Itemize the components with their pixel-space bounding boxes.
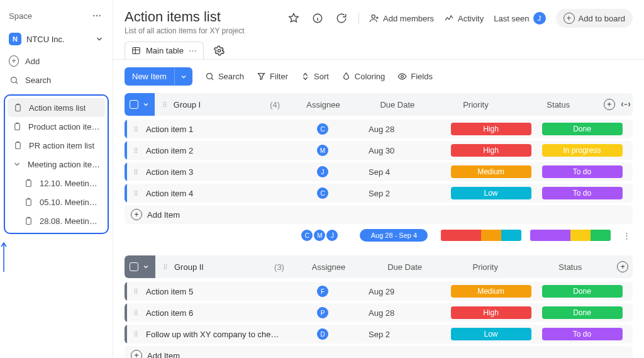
priority-cell[interactable]: Low [445,328,536,340]
expand-columns-icon[interactable] [619,100,633,109]
add-item-row[interactable]: + Add Item [125,205,633,224]
automation-icon[interactable] [335,11,348,25]
row-name[interactable]: Action item 3 [145,167,282,177]
col-status[interactable]: Status [517,100,599,109]
table-row[interactable]: Action item 3 J Sep 4 Medium To do [125,162,633,181]
add-column-button[interactable]: + [613,261,633,272]
sidebar-board-item[interactable]: Product action item list [8,117,105,136]
col-assignee[interactable]: Assignee [286,100,360,109]
table-row[interactable]: Action item 4 C Sep 2 Low To do [125,184,633,203]
space-menu-icon[interactable] [90,9,104,23]
priority-cell[interactable]: Medium [445,165,536,178]
sidebar-meeting-group[interactable]: Meeting action item lists [8,155,105,174]
table-row[interactable]: Action item 1 C Aug 28 High Done [125,120,633,138]
status-cell[interactable]: In progress [536,144,628,157]
more-dots-icon[interactable]: ⋯ [189,46,197,55]
status-cell[interactable]: To do [536,165,628,178]
table-row[interactable]: Follow up with XY company to check if th… [125,325,633,344]
col-assignee[interactable]: Assignee [291,262,367,272]
drag-handle-icon[interactable] [161,100,169,109]
add-members-button[interactable]: Add members [369,13,434,23]
priority-cell[interactable]: Medium [445,285,536,298]
summary-date-range[interactable]: Aug 28 - Sep 4 [360,229,428,242]
toolbar-sort[interactable]: Sort [301,72,329,81]
row-name[interactable]: Follow up with XY company to check if th… [145,330,282,339]
due-cell[interactable]: Aug 28 [364,125,445,134]
assignee-cell[interactable]: D [282,328,364,340]
view-settings-icon[interactable] [213,43,226,57]
sidebar-meeting-item[interactable]: 05.10. Meeting with CEO... [19,193,105,211]
drag-handle-icon[interactable] [127,125,145,133]
drag-handle-icon[interactable] [127,167,145,176]
group-toggle[interactable] [125,93,155,116]
group-name[interactable]: Group II [174,262,204,272]
col-due[interactable]: Due Date [360,100,435,109]
due-cell[interactable]: Sep 2 [364,330,445,339]
status-cell[interactable]: Done [536,306,628,319]
assignee-cell[interactable]: F [282,286,364,297]
row-name[interactable]: Action item 6 [145,308,282,318]
group-name[interactable]: Group I [174,100,201,109]
activity-button[interactable]: Activity [444,13,484,23]
priority-cell[interactable]: High [445,306,536,319]
last-seen[interactable]: Last seen J [494,12,545,25]
group-checkbox[interactable] [130,100,138,109]
table-row[interactable]: Action item 2 M Aug 30 High In progress [125,141,633,160]
col-priority[interactable]: Priority [443,262,528,272]
summary-status-bar[interactable] [530,230,611,241]
sidebar-board-item[interactable]: PR action item list [8,136,105,155]
add-to-board-button[interactable]: + Add to board [556,9,633,28]
summary-priority-bar[interactable] [441,230,521,241]
new-item-button[interactable]: New Item [125,67,192,86]
add-column-button[interactable]: + [599,99,619,110]
row-name[interactable]: Action item 4 [145,189,282,198]
assignee-cell[interactable]: M [282,145,364,156]
drag-handle-icon[interactable] [127,330,145,338]
assignee-cell[interactable]: J [282,166,364,177]
status-cell[interactable]: Done [536,285,628,298]
row-name[interactable]: Action item 2 [145,146,282,155]
org-switcher[interactable]: N NTCU Inc. [0,29,113,49]
sidebar-meeting-item[interactable]: 28.08. Meeting with the ... [19,211,105,230]
more-dots-icon[interactable]: ⋮ [620,231,633,240]
group-toggle[interactable] [125,255,155,278]
sidebar-board-item[interactable]: Action items list [8,98,105,117]
drag-handle-icon[interactable] [127,146,145,155]
toolbar-fields[interactable]: Fields [397,72,433,81]
toolbar-search[interactable]: Search [205,72,244,81]
view-tab-main-table[interactable]: Main table ⋯ [125,42,204,59]
status-cell[interactable]: Done [536,123,628,135]
col-priority[interactable]: Priority [435,100,517,109]
add-item-row[interactable]: + Add Item [125,346,633,358]
due-cell[interactable]: Sep 4 [364,167,445,177]
status-cell[interactable]: To do [536,187,628,199]
priority-cell[interactable]: Low [445,187,536,199]
star-icon[interactable] [287,11,301,25]
drag-handle-icon[interactable] [127,308,145,317]
drag-handle-icon[interactable] [127,287,145,296]
row-name[interactable]: Action item 5 [145,287,282,296]
due-cell[interactable]: Aug 29 [364,287,445,296]
sidebar-search[interactable]: Search [0,70,113,89]
col-status[interactable]: Status [528,262,613,272]
group-checkbox[interactable] [130,262,138,271]
toolbar-filter[interactable]: Filter [257,72,288,81]
due-cell[interactable]: Sep 2 [364,189,445,198]
sidebar-add[interactable]: + Add [0,52,113,70]
chevron-down-icon[interactable] [174,69,192,85]
assignee-cell[interactable]: C [282,187,364,199]
due-cell[interactable]: Aug 30 [364,146,445,155]
col-due[interactable]: Due Date [367,262,443,272]
assignee-cell[interactable]: P [282,307,364,318]
table-row[interactable]: Action item 5 F Aug 29 Medium Done [125,282,633,301]
row-name[interactable]: Action item 1 [145,125,282,134]
status-cell[interactable]: To do [536,328,628,340]
drag-handle-icon[interactable] [127,189,145,198]
summary-assignees[interactable]: CMJ [279,230,360,241]
assignee-cell[interactable]: C [282,123,364,135]
priority-cell[interactable]: High [445,123,536,135]
priority-cell[interactable]: High [445,144,536,157]
info-icon[interactable] [311,11,325,25]
table-row[interactable]: Action item 6 P Aug 28 High Done [125,303,633,322]
drag-handle-icon[interactable] [162,262,169,271]
